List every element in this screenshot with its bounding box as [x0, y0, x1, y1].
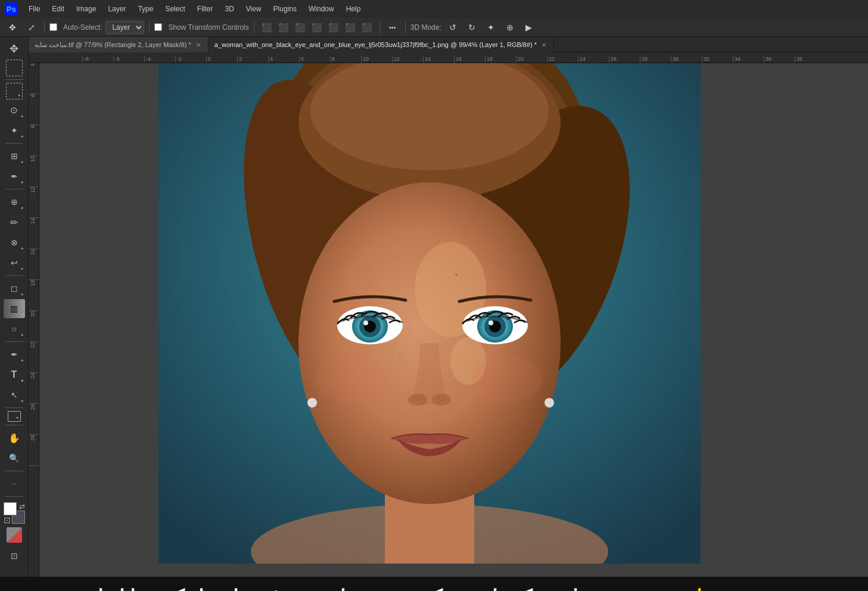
magic-wand-tool[interactable]: ✦ ▸ — [4, 121, 25, 140]
3d-pan[interactable]: ✦ — [483, 20, 499, 35]
zoom-tool[interactable]: 🔍 — [4, 449, 25, 468]
menu-filter[interactable]: Filter — [192, 2, 218, 15]
align-center-h[interactable]: ⬛ — [276, 20, 291, 35]
ruler-mark: 38 — [795, 56, 826, 63]
ruler-mark: 12 — [392, 56, 423, 63]
3d-play[interactable]: ▶ — [521, 20, 537, 35]
ruler-mark: -6 — [113, 56, 144, 63]
3d-spin[interactable]: ↻ — [464, 20, 480, 35]
ruler-mark: 16 — [454, 56, 485, 63]
align-right[interactable]: ⬛ — [293, 20, 308, 35]
ruler-v-mark: 18 — [29, 280, 39, 311]
reset-colors[interactable]: ⊡ — [4, 515, 11, 525]
tab-2-close[interactable]: ✕ — [540, 41, 547, 49]
ruler-horizontal: -8 -6 -4 -2 0 2 4 6 8 10 12 14 16 18 20 … — [29, 52, 868, 63]
subtitle-highlight-red: زوم — [453, 586, 481, 591]
menu-image[interactable]: Image — [71, 2, 101, 15]
more-tools[interactable]: ··· — [4, 474, 25, 493]
tool-sep-3 — [5, 189, 23, 189]
brush-tool[interactable]: ✏ — [4, 213, 25, 232]
move-tool[interactable]: ✥ — [4, 39, 25, 58]
swap-colors[interactable]: ⇄ — [19, 502, 25, 511]
distribute-1[interactable]: ⬛ — [359, 20, 375, 35]
menu-layer[interactable]: Layer — [103, 2, 130, 15]
screen-mode[interactable]: ⊡ — [4, 546, 25, 565]
more-options-btn[interactable]: ••• — [385, 20, 400, 35]
divider2 — [149, 21, 150, 33]
ruler-mark: 36 — [764, 56, 795, 63]
sub-arrow: ▸ — [21, 246, 24, 251]
menu-type[interactable]: Type — [133, 2, 158, 15]
layer-dropdown[interactable]: Layer — [105, 21, 144, 34]
tab-bar: ساخت سایه.tif @ 77/9% (Rectangle 2, Laye… — [29, 37, 868, 52]
healing-tool[interactable]: ⊕ ▸ — [4, 192, 25, 211]
svg-point-22 — [408, 394, 427, 406]
ruler-v-mark: 6 — [29, 94, 39, 125]
path-select-tool[interactable]: ↖ ▸ — [4, 385, 25, 405]
tab-2[interactable]: a_woman_with_one_black_eye_and_one_blue_… — [209, 37, 554, 52]
artboard-tool[interactable] — [6, 60, 23, 76]
hand-tool[interactable]: ✋ — [4, 428, 25, 447]
menu-3d[interactable]: 3D — [220, 2, 238, 15]
menu-view[interactable]: View — [241, 2, 266, 15]
svg-point-29 — [399, 354, 401, 356]
move-tool-btn[interactable]: ✥ — [5, 20, 20, 35]
ruler-mark: 20 — [516, 56, 547, 63]
tool-sep-8 — [5, 471, 23, 471]
align-left[interactable]: ⬛ — [259, 20, 275, 35]
face-svg — [158, 63, 701, 564]
transform-btn[interactable]: ⤢ — [24, 20, 39, 35]
ruler-mark: 34 — [733, 56, 764, 63]
menu-window[interactable]: Window — [304, 2, 339, 15]
menu-help[interactable]: Help — [341, 2, 366, 15]
sub-arrow: ▸ — [21, 180, 24, 185]
menu-plugins[interactable]: Plugins — [269, 2, 301, 15]
menu-file[interactable]: File — [24, 2, 45, 15]
ruler-v-mark: 10 — [29, 156, 39, 187]
ruler-v-mark: 4 — [29, 63, 39, 94]
3d-rotate[interactable]: ↺ — [445, 20, 461, 35]
ps-logo: Ps — [5, 2, 18, 15]
pen-tool[interactable]: ✒ ▸ — [4, 345, 25, 364]
menu-edit[interactable]: Edit — [47, 2, 69, 15]
marquee-rect-tool[interactable]: ▸ — [6, 83, 23, 99]
sub-arrow: ▸ — [21, 332, 24, 337]
ruler-mark: 28 — [640, 56, 671, 63]
tool-sep-4 — [5, 275, 23, 276]
canvas-document[interactable] — [39, 63, 868, 577]
3d-roll[interactable]: ⊕ — [502, 20, 518, 35]
sub-arrow: ▸ — [21, 358, 24, 363]
color-swatches[interactable]: ⊡ ⇄ — [4, 502, 25, 524]
canvas-image — [158, 63, 701, 564]
eraser-tool[interactable]: ◻ ▸ — [4, 279, 25, 298]
ruler-mark: 18 — [485, 56, 516, 63]
foreground-color[interactable] — [4, 502, 17, 515]
sub-arrow: ▸ — [21, 312, 24, 317]
clone-tool[interactable]: ⊗ ▸ — [4, 233, 25, 252]
eyedropper-tool[interactable]: ✒ ▸ — [4, 167, 25, 186]
align-top[interactable]: ⬛ — [309, 20, 325, 35]
gradient-tool[interactable]: ▥ ▸ — [4, 299, 25, 318]
svg-point-26 — [307, 398, 317, 408]
quick-mask[interactable] — [7, 527, 22, 543]
align-center-v[interactable]: ⬛ — [326, 20, 341, 35]
ruler-mark: 32 — [702, 56, 733, 63]
tool-sep-2 — [5, 143, 23, 144]
menu-select[interactable]: Select — [160, 2, 189, 15]
auto-select-checkbox[interactable] — [49, 23, 57, 31]
tab-1[interactable]: ساخت سایه.tif @ 77/9% (Rectangle 2, Laye… — [29, 37, 209, 52]
toolbar: ✥ ▸ ⊙ ▸ ✦ ▸ ⊞ ▸ ✒ ▸ ⊕ ▸ ✏ ⊗ ▸ ↩ ▸ ◻ ▸ — [0, 37, 29, 577]
divider — [44, 21, 45, 33]
history-brush-tool[interactable]: ↩ ▸ — [4, 253, 25, 272]
show-transform-checkbox[interactable] — [154, 23, 162, 31]
sub-arrow: ▸ — [21, 160, 24, 164]
divider3 — [254, 21, 254, 33]
tab-1-close[interactable]: ✕ — [195, 41, 202, 49]
sub-arrow: ▸ — [18, 93, 21, 98]
crop-tool[interactable]: ⊞ ▸ — [4, 147, 25, 166]
rectangle-tool[interactable]: ▸ — [8, 411, 21, 422]
text-tool[interactable]: T ▸ — [4, 365, 25, 384]
align-bottom[interactable]: ⬛ — [343, 20, 358, 35]
lasso-tool[interactable]: ⊙ ▸ — [4, 101, 25, 120]
dodge-tool[interactable]: ○ ▸ — [4, 319, 25, 338]
